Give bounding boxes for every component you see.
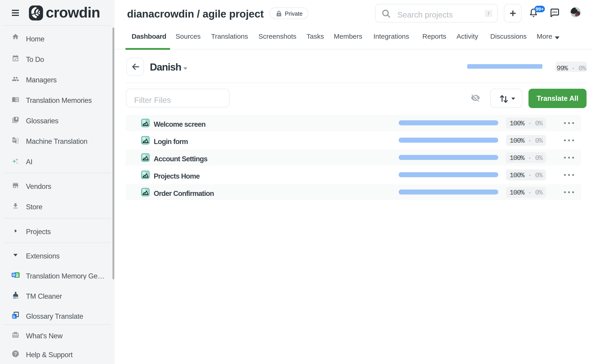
svg-text:?: ? (14, 351, 17, 356)
svg-text:文: 文 (12, 315, 15, 318)
